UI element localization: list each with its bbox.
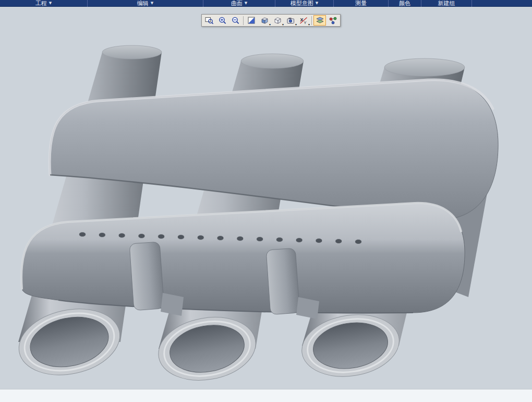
flange-hole [276, 238, 283, 242]
flange-hole [99, 233, 105, 238]
flange-hole [79, 232, 86, 237]
datum-display-icon: XY [299, 16, 308, 25]
chevron-down-icon: ▼ [316, 0, 318, 7]
saved-views-button[interactable]: ▾ [284, 15, 297, 26]
flange-hole [197, 235, 204, 240]
model-tab-right [266, 248, 300, 315]
menu-item-edit[interactable]: 编辑▼ [88, 0, 203, 7]
menu-item-label: 工程 [35, 0, 47, 7]
status-bar [0, 389, 532, 402]
chevron-down-icon: ▼ [49, 0, 52, 7]
flange-hole [316, 239, 322, 243]
chevron-down-icon: ▼ [151, 0, 153, 7]
zoom-out-icon [231, 16, 240, 25]
saved-views-icon [286, 16, 295, 25]
flange-hole [355, 240, 362, 244]
dropdown-caret-icon: ▾ [308, 23, 310, 26]
view-toolbar: ▾ ▾ ▾ XY ▾ [201, 14, 341, 27]
model-tube-right-cap [384, 58, 465, 76]
menu-item-new-group[interactable]: 新建组 [421, 0, 472, 7]
model-3d-view[interactable] [0, 7, 532, 389]
display-style-icon [273, 16, 282, 25]
flange-hole [217, 236, 224, 241]
flange-hole [177, 235, 184, 240]
menu-item-label: 曲面 [231, 0, 243, 7]
zoom-out-button[interactable] [229, 15, 241, 26]
menu-item-label: 颜色 [399, 0, 410, 7]
flange-hole [257, 237, 263, 242]
repaint-button[interactable] [245, 15, 258, 26]
flange-hole [335, 239, 342, 244]
menu-item-color[interactable]: 颜色 [389, 0, 421, 7]
chevron-down-icon: ▼ [245, 0, 247, 7]
svg-text:Y: Y [304, 20, 306, 25]
zoom-in-icon [218, 16, 227, 25]
shaded-display-button[interactable]: ▾ [258, 15, 271, 26]
menu-bar: 工程▼ 编辑▼ 曲面▼ 模型意图▼ 测量 颜色 新建组 [0, 0, 532, 7]
dropdown-caret-icon: ▾ [282, 23, 284, 26]
layer-tree-button[interactable] [313, 15, 326, 26]
repaint-icon [247, 16, 256, 25]
menu-item-surface[interactable]: 曲面▼ [203, 0, 275, 7]
model-tube-left-cap [102, 45, 162, 59]
toolbar-separator [243, 16, 244, 25]
dropdown-caret-icon: ▾ [295, 23, 297, 26]
graphics-viewport[interactable]: ▾ ▾ ▾ XY ▾ [0, 7, 532, 389]
model-tab-left [129, 242, 164, 311]
menu-item-label: 新建组 [438, 0, 455, 7]
display-style-button[interactable]: ▾ [271, 15, 284, 26]
dropdown-caret-icon: ▾ [269, 23, 271, 26]
menu-item-label: 测量 [355, 0, 367, 7]
menu-item-measure[interactable]: 测量 [334, 0, 389, 7]
view-manager-icon [329, 16, 337, 25]
flange-hole [118, 233, 125, 238]
menu-filler [472, 0, 532, 7]
shaded-display-icon [260, 16, 269, 25]
flange-hole [296, 238, 303, 243]
menu-item-label: 模型意图 [291, 0, 313, 7]
view-manager-button[interactable] [327, 15, 339, 26]
flange-hole [158, 234, 165, 239]
zoom-window-button[interactable] [203, 15, 215, 26]
layer-tree-icon [316, 16, 324, 25]
zoom-in-button[interactable] [216, 15, 228, 26]
toolbar-separator [311, 16, 312, 25]
flange-hole [237, 237, 244, 241]
flange-hole [138, 234, 145, 239]
zoom-window-icon [205, 16, 214, 25]
menu-item-model-intent[interactable]: 模型意图▼ [275, 0, 334, 7]
menu-item-engineering[interactable]: 工程▼ [0, 0, 88, 7]
model-tube-middle-cap [241, 54, 304, 68]
datum-display-button[interactable]: XY ▾ [297, 15, 310, 26]
menu-item-label: 编辑 [137, 0, 149, 7]
